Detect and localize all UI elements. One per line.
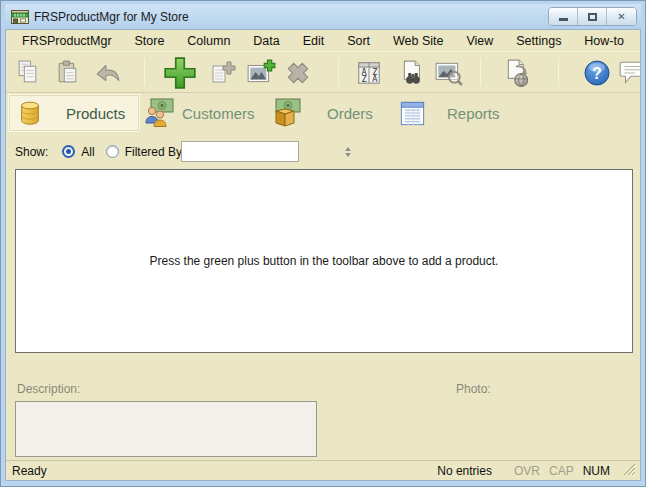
- indicator-ovr: OVR: [514, 464, 540, 478]
- entries-count: No entries: [437, 464, 492, 478]
- tab-products[interactable]: Products: [9, 95, 139, 131]
- tab-orders[interactable]: Orders: [269, 95, 373, 131]
- window-controls: ✕: [548, 7, 637, 26]
- show-label: Show:: [15, 145, 48, 159]
- radio-all[interactable]: [62, 145, 75, 158]
- undo-icon[interactable]: [91, 56, 125, 89]
- paste-icon[interactable]: [51, 56, 85, 89]
- duplicate-product-icon[interactable]: [206, 56, 240, 89]
- radio-filtered-by-label[interactable]: Filtered By: [125, 145, 182, 159]
- menu-item-store[interactable]: Store: [131, 32, 169, 50]
- menu-item-settings[interactable]: Settings: [512, 32, 565, 50]
- menu-item-edit[interactable]: Edit: [299, 32, 329, 50]
- radio-filtered-by[interactable]: [106, 145, 119, 158]
- tab-customers[interactable]: Customers: [142, 95, 255, 131]
- menu-bar: FRSProductMgr Store Column Data Edit Sor…: [6, 30, 640, 52]
- products-database-icon: [16, 99, 44, 127]
- toolbar-separator: [338, 58, 339, 86]
- maximize-icon[interactable]: [578, 8, 607, 25]
- storefront-icon: [11, 9, 29, 24]
- add-photo-icon[interactable]: [244, 56, 278, 89]
- indicator-num: NUM: [583, 464, 610, 478]
- app-window: FRSProductMgr for My Store ✕ FRSProductM…: [0, 0, 646, 487]
- indicator-cap: CAP: [549, 464, 574, 478]
- status-text: Ready: [12, 464, 47, 478]
- feedback-icon[interactable]: [617, 56, 641, 89]
- filter-combo-input[interactable]: [182, 142, 345, 161]
- customers-icon: [142, 98, 174, 128]
- menu-item-column[interactable]: Column: [183, 32, 234, 50]
- description-textarea[interactable]: [15, 401, 317, 457]
- reports-icon: [398, 99, 427, 128]
- find-icon[interactable]: [396, 56, 430, 89]
- filter-row: Show: All Filtered By: [6, 134, 640, 169]
- radio-all-label[interactable]: All: [81, 145, 94, 159]
- title-bar: FRSProductMgr for My Store ✕: [5, 4, 641, 29]
- menu-item-view[interactable]: View: [462, 32, 497, 50]
- view-photo-icon[interactable]: [432, 56, 466, 89]
- window-title: FRSProductMgr for My Store: [34, 10, 189, 24]
- svg-text:Z: Z: [361, 74, 366, 84]
- sort-az-icon[interactable]: A Z Z A: [352, 56, 386, 89]
- menu-item-how-to[interactable]: How-to: [580, 32, 628, 50]
- client-area: FRSProductMgr Store Column Data Edit Sor…: [5, 29, 641, 481]
- tab-products-label: Products: [66, 105, 125, 122]
- toolbar-separator: [480, 58, 481, 86]
- spinner-icon[interactable]: [345, 147, 351, 157]
- resize-grip[interactable]: [623, 463, 636, 476]
- tab-reports-label: Reports: [447, 105, 500, 122]
- toolbar-separator: [144, 58, 145, 86]
- delete-icon[interactable]: [281, 56, 315, 89]
- svg-text:?: ?: [592, 65, 602, 82]
- tab-customers-label: Customers: [182, 105, 255, 122]
- menu-item-sort[interactable]: Sort: [343, 32, 374, 50]
- photo-label: Photo:: [456, 382, 491, 396]
- tab-reports[interactable]: Reports: [398, 95, 500, 131]
- tab-bar: Products Customers: [6, 93, 640, 134]
- orders-icon: [269, 98, 301, 128]
- help-icon[interactable]: ?: [580, 56, 614, 89]
- add-product-icon[interactable]: [161, 56, 199, 89]
- toolbar-separator: [558, 58, 559, 86]
- close-icon[interactable]: ✕: [607, 8, 636, 25]
- toolbar: A Z Z A: [6, 52, 640, 93]
- publish-icon[interactable]: [501, 56, 535, 89]
- copy-icon[interactable]: [11, 56, 45, 89]
- tab-orders-label: Orders: [327, 105, 373, 122]
- menu-item-data[interactable]: Data: [249, 32, 283, 50]
- empty-list-message: Press the green plus button in the toolb…: [150, 254, 499, 268]
- status-bar: Ready No entries OVR CAP NUM: [6, 460, 640, 480]
- description-label: Description:: [17, 382, 80, 396]
- menu-item-web-site[interactable]: Web Site: [389, 32, 448, 50]
- menu-item-frsproductmgr[interactable]: FRSProductMgr: [18, 32, 116, 50]
- filter-combo[interactable]: [181, 141, 299, 162]
- minimize-icon[interactable]: [549, 8, 578, 25]
- svg-text:A: A: [372, 74, 378, 84]
- product-list-area: Press the green plus button in the toolb…: [15, 169, 633, 353]
